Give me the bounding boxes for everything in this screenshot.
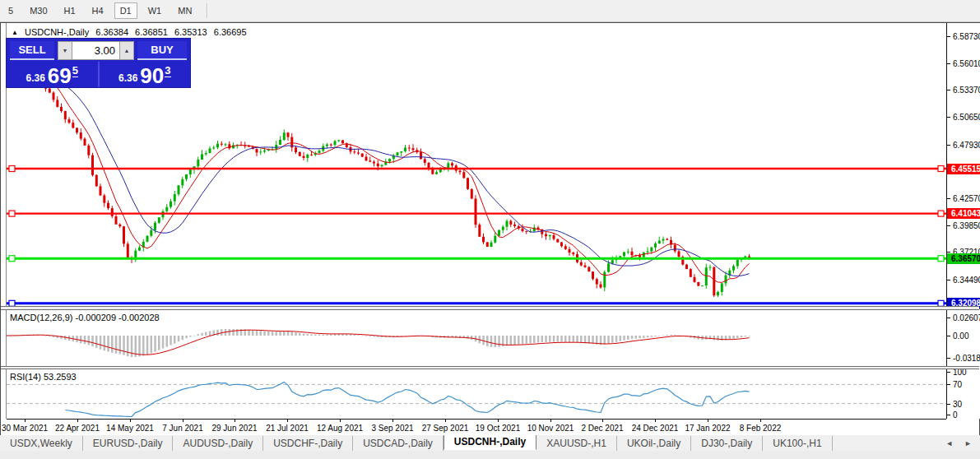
date-tick-mark [183,420,183,422]
sell-button[interactable]: SELL [10,41,54,60]
date-label: 22 Apr 2021 [55,424,100,433]
timeframe-button-d1[interactable]: D1 [114,2,137,19]
buy-price-pip: 3 [165,64,170,77]
chart-title: ▲ USDCNH-,Daily 6.36384 6.36851 6.35313 … [12,27,247,38]
price-line-badge[interactable]: 6.41043 [947,208,980,219]
rsi-tick-label: 30 [953,400,962,409]
date-label: 12 Aug 2021 [317,424,363,433]
price-line-badge[interactable]: 6.36570 [947,253,980,264]
macd-tick-mark [947,336,950,336]
pane-separator[interactable] [1,366,979,369]
collapse-chart-icon[interactable]: ▲ [12,29,18,36]
date-tick-mark [77,420,78,422]
pane-separator[interactable] [1,306,979,310]
price-tick-mark [947,225,950,226]
price-tick-label: 6.50650 [953,113,980,122]
date-label: 24 Dec 2021 [632,424,679,433]
ohlc-low: 6.35313 [174,27,207,37]
date-tick-mark [340,420,341,422]
timeframe-button-h1[interactable]: H1 [58,2,81,19]
rsi-indicator-pane[interactable] [7,369,946,419]
date-tick-mark [235,420,235,422]
timeframe-toolbar: 5M30H1H4D1W1MN [0,0,980,22]
date-tick-mark [25,420,26,422]
price-tick-label: 6.42570 [953,194,980,203]
price-tick-mark [947,63,950,64]
tab-xauusd-h1[interactable]: XAUUSD-,H1 [536,436,617,451]
rsi-tick-mark [947,372,950,373]
tab-usdchf-daily[interactable]: USDCHF-,Daily [263,436,353,451]
rsi-tick-label: 0 [953,410,958,420]
tab-scroll-left-icon[interactable]: ◄ [945,439,953,447]
timeframe-button-h4[interactable]: H4 [86,2,109,19]
tab-scroll-arrows: ◄► [934,439,972,447]
timeframe-button-w1[interactable]: W1 [142,2,168,19]
ohlc-open: 6.36384 [95,27,128,37]
price-tick-label: 6.53370 [953,86,980,95]
volume-input[interactable]: 3.00 [72,41,119,60]
tab-audusd-daily[interactable]: AUDUSD-,Daily [173,436,263,451]
date-label: 19 Oct 2021 [476,424,520,433]
buy-price-prefix: 6.36 [118,72,137,84]
date-label: 7 Jun 2021 [162,424,203,433]
date-axis[interactable]: 30 Mar 202122 Apr 202114 May 20217 Jun 2… [7,419,946,435]
price-tick-mark [947,198,950,199]
macd-label: MACD(12,26,9) -0.000209 -0.002028 [10,313,160,322]
price-tick-mark [947,252,950,253]
chart-symbol-period: USDCNH-,Daily [25,27,89,37]
sell-price-prefix: 6.36 [26,72,44,84]
chart-tab-bar: USDX,WeeklyEURUSD-,DailyAUDUSD-,DailyUSD… [0,435,980,451]
tab-usdcad-daily[interactable]: USDCAD-,Daily [353,436,444,451]
date-label: 14 May 2021 [106,424,154,433]
tab-usdcnh-daily[interactable]: USDCNH-,Daily [444,433,536,450]
price-tick-label: 6.39850 [953,221,980,230]
date-tick-mark [445,420,446,422]
price-tick-mark [947,90,950,90]
tab-uk100-h1[interactable]: UK100-,H1 [763,436,832,451]
tab-usdx-weekly[interactable]: USDX,Weekly [0,436,83,451]
tab-ukoil-daily[interactable]: UKOil-,Daily [617,436,691,451]
timeframe-button-mn[interactable]: MN [172,2,197,19]
price-tick-label: 6.34490 [953,276,980,285]
price-tick-mark [947,280,950,280]
tab-dj30-daily[interactable]: DJ30-,Daily [691,436,763,451]
macd-tick-label: -0.03187 [953,354,980,363]
date-label: 2 Dec 2021 [581,424,623,433]
price-tick-mark [947,145,950,146]
tab-scroll-right-icon[interactable]: ► [964,439,972,447]
volume-decrease-icon[interactable]: ▼ [58,41,72,60]
mt4-terminal: 5M30H1H4D1W1MN ▲ USDCNH-,Daily 6.36384 6… [0,0,980,459]
price-tick-mark [947,36,950,37]
sell-price-big: 69 [48,65,72,86]
date-tick-mark [287,420,288,422]
date-label: 30 Mar 2021 [2,424,48,433]
date-tick-mark [550,420,551,422]
date-label: 17 Jan 2022 [685,424,730,433]
date-tick-mark [392,420,393,422]
timeframe-button-5[interactable]: 5 [2,2,19,19]
rsi-tick-label: 70 [953,380,962,389]
price-line-badge[interactable]: 6.45515 [947,164,980,174]
price-tick-label: 6.47930 [953,141,980,150]
date-tick-mark [130,420,131,422]
date-label: 29 Jun 2021 [211,424,257,433]
date-tick-mark [498,420,499,422]
date-tick-mark [655,420,656,422]
date-label: 8 Feb 2022 [740,424,782,433]
ohlc-high: 6.36851 [135,27,168,37]
tab-eurusd-daily[interactable]: EURUSD-,Daily [83,436,174,451]
date-tick-mark [602,420,603,422]
toolbar-separator [207,3,208,18]
date-label: 10 Nov 2021 [527,424,574,433]
buy-button[interactable]: BUY [137,41,187,60]
macd-tick-mark [947,318,950,318]
buy-price-display[interactable]: 6.36 90 3 [100,62,191,87]
sell-price-display[interactable]: 6.36 69 5 [7,62,100,87]
timeframe-button-m30[interactable]: M30 [24,2,53,19]
date-label: 27 Sep 2021 [422,424,469,433]
price-axis[interactable]: 6.587306.560106.533706.506506.479306.452… [946,23,980,419]
date-tick-mark [708,420,708,422]
price-tick-label: 6.56010 [953,59,980,68]
volume-increase-icon[interactable]: ▲ [119,41,134,60]
date-label: 21 Jul 2021 [266,424,309,433]
